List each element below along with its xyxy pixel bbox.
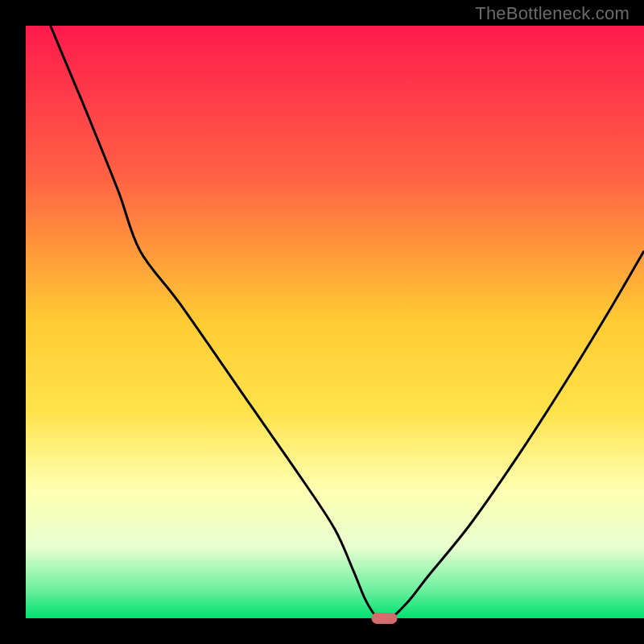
- bottleneck-chart: [0, 0, 644, 644]
- watermark-text: TheBottleneck.com: [475, 3, 630, 24]
- optimum-marker: [371, 613, 397, 624]
- chart-svg: [0, 0, 644, 644]
